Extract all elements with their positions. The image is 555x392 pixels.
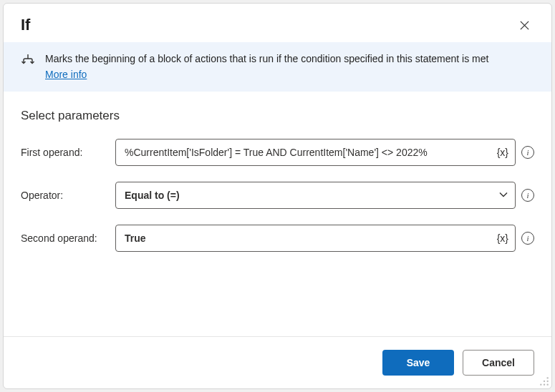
label-second-operand: Second operand: bbox=[21, 232, 110, 244]
row-second-operand: Second operand: {x} i bbox=[21, 225, 534, 252]
branch-icon bbox=[21, 52, 35, 68]
label-operator: Operator: bbox=[21, 190, 110, 201]
field-first-operand: {x} bbox=[115, 139, 516, 166]
variable-picker-icon[interactable]: {x} bbox=[497, 232, 508, 244]
select-operator[interactable]: Equal to (=) bbox=[115, 182, 516, 209]
info-icon-second-operand[interactable]: i bbox=[521, 232, 534, 245]
dialog-footer: Save Cancel bbox=[4, 336, 551, 388]
cancel-button[interactable]: Cancel bbox=[463, 350, 534, 376]
more-info-link[interactable]: More info bbox=[45, 68, 87, 82]
field-operator: Equal to (=) bbox=[115, 182, 516, 209]
row-first-operand: First operand: {x} i bbox=[21, 139, 534, 166]
dialog-header: If bbox=[4, 4, 551, 42]
banner-text: Marks the beginning of a block of action… bbox=[45, 52, 488, 82]
close-button[interactable] bbox=[514, 15, 534, 35]
input-second-operand[interactable] bbox=[115, 225, 516, 252]
variable-picker-icon[interactable]: {x} bbox=[497, 147, 508, 158]
label-first-operand: First operand: bbox=[21, 147, 110, 158]
close-icon bbox=[519, 20, 530, 31]
dialog-title: If bbox=[21, 16, 30, 34]
info-icon-first-operand[interactable]: i bbox=[521, 146, 534, 159]
info-banner: Marks the beginning of a block of action… bbox=[4, 42, 551, 92]
input-first-operand[interactable] bbox=[115, 139, 516, 166]
section-title: Select parameters bbox=[21, 109, 534, 123]
row-operator: Operator: Equal to (=) i bbox=[21, 182, 534, 209]
dialog-body: Select parameters First operand: {x} i O… bbox=[4, 92, 551, 336]
field-second-operand: {x} bbox=[115, 225, 516, 252]
info-icon-operator[interactable]: i bbox=[521, 189, 534, 202]
banner-description: Marks the beginning of a block of action… bbox=[45, 53, 488, 64]
save-button[interactable]: Save bbox=[382, 350, 454, 376]
if-dialog: If Marks the beginning of a block of act… bbox=[3, 3, 552, 389]
select-operator-value: Equal to (=) bbox=[125, 190, 180, 201]
